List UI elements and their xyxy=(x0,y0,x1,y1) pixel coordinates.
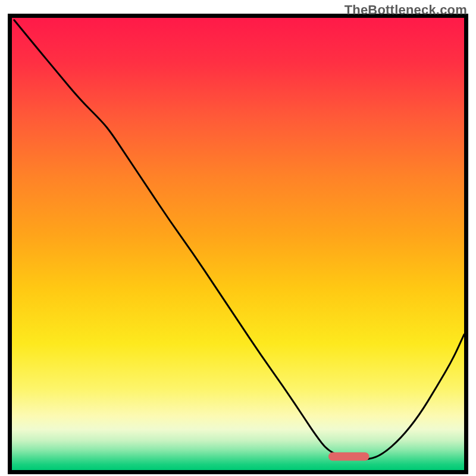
minimum-marker xyxy=(328,452,369,461)
bottleneck-chart xyxy=(0,0,476,476)
chart-container: TheBottleneck.com xyxy=(0,0,476,476)
watermark-text: TheBottleneck.com xyxy=(345,2,467,18)
plot-area xyxy=(10,16,466,472)
gradient-background xyxy=(12,18,464,470)
